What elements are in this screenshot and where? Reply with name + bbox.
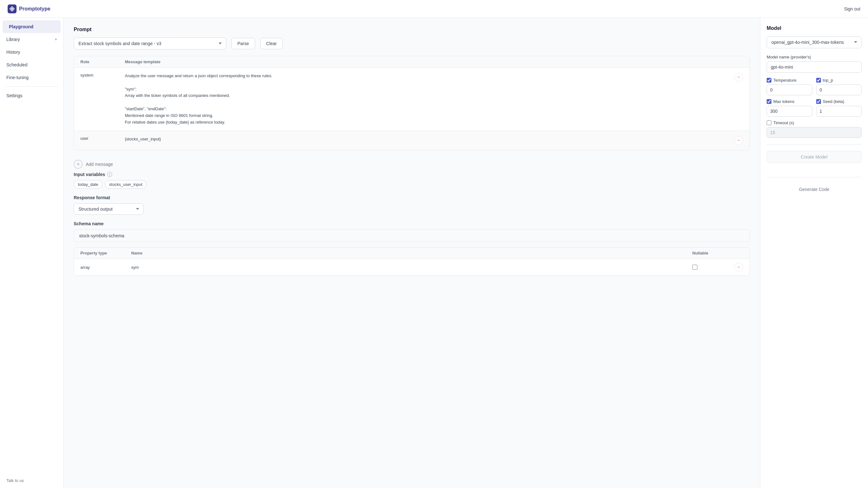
panel-divider xyxy=(767,144,862,145)
nullable-header: Nullable xyxy=(692,251,731,255)
timeout-input[interactable] xyxy=(767,127,862,138)
sidebar-item-label: Scheduled xyxy=(6,62,27,67)
prompt-select[interactable]: Extract stock symbols and date range - v… xyxy=(74,37,226,50)
prompt-row: Extract stock symbols and date range - v… xyxy=(74,37,750,50)
app-body: Playground Library ▾ History Scheduled F… xyxy=(0,18,868,488)
minus-icon: − xyxy=(737,264,740,270)
seed-param: Seed (beta) xyxy=(816,99,862,117)
property-type-header: Property type xyxy=(81,251,131,255)
minus-icon: − xyxy=(737,74,740,80)
info-icon[interactable]: i xyxy=(107,172,112,177)
right-panel: Model openai_gpt-4o-mini_300-max-tokens … xyxy=(760,18,868,488)
message-content-user: {stocks_user_input} xyxy=(125,136,161,143)
topbar: Promptotype Sign out xyxy=(0,0,868,18)
chevron-down-icon: ▾ xyxy=(55,37,57,41)
message-content-system: Analyze the user message and return a js… xyxy=(125,73,272,125)
max-tokens-input[interactable] xyxy=(767,106,812,117)
seed-input[interactable] xyxy=(816,106,862,117)
app-name: Promptotype xyxy=(19,6,51,12)
sidebar-item-scheduled[interactable]: Scheduled xyxy=(0,58,63,71)
model-panel-title: Model xyxy=(767,25,862,31)
max-tokens-label: Max tokens xyxy=(773,99,794,104)
top-p-checkbox[interactable] xyxy=(816,78,821,83)
remove-system-message-button[interactable]: − xyxy=(734,73,743,82)
seed-checkbox[interactable] xyxy=(816,99,821,104)
app-logo: Promptotype xyxy=(8,4,51,13)
temperature-param: Temperature xyxy=(767,78,812,95)
signout-button[interactable]: Sign out xyxy=(844,6,860,11)
sidebar-item-finetuning[interactable]: Fine-tuning xyxy=(0,71,63,84)
params-grid-bottom: Max tokens Seed (beta) xyxy=(767,99,862,117)
sidebar-item-label: Library xyxy=(6,37,20,42)
schema-name-title: Schema name xyxy=(74,221,750,226)
temperature-label: Temperature xyxy=(773,78,797,83)
logo-icon xyxy=(8,4,17,13)
sidebar-item-label: History xyxy=(6,50,20,55)
input-variables-tags: today_date stocks_user_input xyxy=(74,180,750,189)
max-tokens-checkbox[interactable] xyxy=(767,99,771,104)
message-row-inner: Analyze the user message and return a js… xyxy=(125,73,743,125)
messages-table: Role Message template system Analyze the… xyxy=(74,56,750,150)
temperature-input[interactable] xyxy=(767,85,812,95)
timeout-checkbox[interactable] xyxy=(767,120,771,125)
timeout-label: Timeout (s) xyxy=(773,120,794,125)
seed-label: Seed (beta) xyxy=(823,99,844,104)
sidebar: Playground Library ▾ History Scheduled F… xyxy=(0,18,64,488)
schema-table: Property type Name Nullable array sym − xyxy=(74,247,750,276)
clear-button[interactable]: Clear xyxy=(260,38,283,49)
model-name-label: Model name (provider's) xyxy=(767,55,862,59)
table-row: user {stocks_user_input} − xyxy=(74,131,749,150)
table-row: array sym − xyxy=(74,259,749,275)
schema-name: sym xyxy=(131,265,692,270)
tag-stocks-user-input: stocks_user_input xyxy=(105,180,147,189)
sidebar-divider xyxy=(5,86,58,87)
timeout-param: Timeout (s) xyxy=(767,120,862,138)
top-p-label: top_p xyxy=(823,78,833,83)
add-message-label: Add message xyxy=(86,162,113,167)
name-header: Name xyxy=(131,251,692,255)
schema-table-header: Property type Name Nullable xyxy=(74,247,749,259)
sidebar-item-settings[interactable]: Settings xyxy=(0,89,63,102)
sidebar-item-label: Fine-tuning xyxy=(6,75,29,80)
main-content: Prompt Extract stock symbols and date ra… xyxy=(64,18,760,488)
add-message-row[interactable]: + Add message xyxy=(74,157,750,172)
talk-to-us-link[interactable]: Talk to us xyxy=(0,473,63,488)
template-header: Message template xyxy=(125,59,743,64)
response-format-select[interactable]: Structured outputJSONText xyxy=(74,203,144,215)
top-p-input[interactable] xyxy=(816,85,862,95)
max-tokens-param: Max tokens xyxy=(767,99,812,117)
tag-today-date: today_date xyxy=(74,180,102,189)
params-grid-top: Temperature top_p xyxy=(767,78,862,95)
sidebar-item-history[interactable]: History xyxy=(0,46,63,58)
top-p-param: top_p xyxy=(816,78,862,95)
input-variables-title: Input variables i xyxy=(74,172,750,177)
remove-schema-row-button[interactable]: − xyxy=(734,263,743,272)
sidebar-item-label: Playground xyxy=(9,24,33,29)
schema-type: array xyxy=(81,265,131,270)
create-model-button[interactable]: Create Model xyxy=(767,151,862,163)
svg-point-1 xyxy=(11,8,13,10)
add-message-icon: + xyxy=(74,160,83,169)
generate-code-button[interactable]: Generate Code xyxy=(767,184,862,195)
panel-divider-2 xyxy=(767,177,862,177)
model-select[interactable]: openai_gpt-4o-mini_300-max-tokens xyxy=(767,36,862,48)
sidebar-item-playground[interactable]: Playground xyxy=(3,20,61,33)
nullable-checkbox[interactable] xyxy=(692,265,698,270)
sidebar-item-library[interactable]: Library ▾ xyxy=(0,33,63,46)
response-format-title: Response format xyxy=(74,195,750,200)
message-role-system: system xyxy=(81,73,125,78)
temperature-checkbox[interactable] xyxy=(767,78,771,83)
messages-table-header: Role Message template xyxy=(74,56,749,68)
model-name-input[interactable] xyxy=(767,61,862,73)
minus-icon: − xyxy=(737,138,740,143)
schema-name-input[interactable] xyxy=(74,230,750,242)
message-row-inner: {stocks_user_input} − xyxy=(125,136,743,145)
sidebar-item-label: Settings xyxy=(6,93,23,98)
table-row: system Analyze the user message and retu… xyxy=(74,68,749,131)
prompt-section-title: Prompt xyxy=(74,27,750,32)
remove-user-message-button[interactable]: − xyxy=(734,136,743,145)
role-header: Role xyxy=(81,59,125,64)
parse-button[interactable]: Parse xyxy=(231,38,255,49)
message-role-user: user xyxy=(81,136,125,141)
